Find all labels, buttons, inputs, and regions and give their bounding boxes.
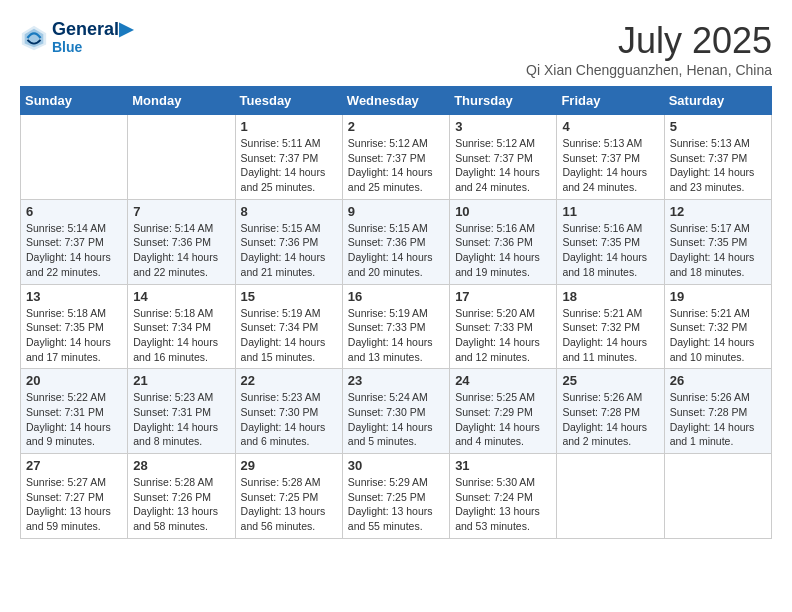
- header-day-tuesday: Tuesday: [235, 87, 342, 115]
- week-row-5: 27Sunrise: 5:27 AMSunset: 7:27 PMDayligh…: [21, 454, 772, 539]
- day-cell: 1Sunrise: 5:11 AMSunset: 7:37 PMDaylight…: [235, 115, 342, 200]
- day-cell: 29Sunrise: 5:28 AMSunset: 7:25 PMDayligh…: [235, 454, 342, 539]
- header-day-saturday: Saturday: [664, 87, 771, 115]
- day-info: Sunrise: 5:12 AMSunset: 7:37 PMDaylight:…: [348, 136, 444, 195]
- day-number: 17: [455, 289, 551, 304]
- day-cell: 20Sunrise: 5:22 AMSunset: 7:31 PMDayligh…: [21, 369, 128, 454]
- day-info: Sunrise: 5:26 AMSunset: 7:28 PMDaylight:…: [670, 390, 766, 449]
- title-block: July 2025 Qi Xian Chengguanzhen, Henan, …: [526, 20, 772, 78]
- day-info: Sunrise: 5:14 AMSunset: 7:37 PMDaylight:…: [26, 221, 122, 280]
- logo: General▶ Blue: [20, 20, 133, 55]
- day-cell: 28Sunrise: 5:28 AMSunset: 7:26 PMDayligh…: [128, 454, 235, 539]
- day-cell: [21, 115, 128, 200]
- day-number: 30: [348, 458, 444, 473]
- day-info: Sunrise: 5:11 AMSunset: 7:37 PMDaylight:…: [241, 136, 337, 195]
- day-number: 7: [133, 204, 229, 219]
- header-day-friday: Friday: [557, 87, 664, 115]
- day-number: 3: [455, 119, 551, 134]
- day-number: 28: [133, 458, 229, 473]
- header-row: SundayMondayTuesdayWednesdayThursdayFrid…: [21, 87, 772, 115]
- logo-text: General▶ Blue: [52, 20, 133, 55]
- day-info: Sunrise: 5:16 AMSunset: 7:35 PMDaylight:…: [562, 221, 658, 280]
- day-cell: 13Sunrise: 5:18 AMSunset: 7:35 PMDayligh…: [21, 284, 128, 369]
- page-header: General▶ Blue July 2025 Qi Xian Chenggua…: [20, 20, 772, 78]
- day-number: 22: [241, 373, 337, 388]
- day-cell: 21Sunrise: 5:23 AMSunset: 7:31 PMDayligh…: [128, 369, 235, 454]
- day-cell: 3Sunrise: 5:12 AMSunset: 7:37 PMDaylight…: [450, 115, 557, 200]
- month-title: July 2025: [526, 20, 772, 62]
- day-number: 20: [26, 373, 122, 388]
- day-number: 19: [670, 289, 766, 304]
- day-info: Sunrise: 5:26 AMSunset: 7:28 PMDaylight:…: [562, 390, 658, 449]
- day-info: Sunrise: 5:23 AMSunset: 7:31 PMDaylight:…: [133, 390, 229, 449]
- day-info: Sunrise: 5:17 AMSunset: 7:35 PMDaylight:…: [670, 221, 766, 280]
- day-cell: 18Sunrise: 5:21 AMSunset: 7:32 PMDayligh…: [557, 284, 664, 369]
- day-cell: 9Sunrise: 5:15 AMSunset: 7:36 PMDaylight…: [342, 199, 449, 284]
- day-number: 4: [562, 119, 658, 134]
- day-cell: 23Sunrise: 5:24 AMSunset: 7:30 PMDayligh…: [342, 369, 449, 454]
- day-info: Sunrise: 5:21 AMSunset: 7:32 PMDaylight:…: [562, 306, 658, 365]
- day-cell: 2Sunrise: 5:12 AMSunset: 7:37 PMDaylight…: [342, 115, 449, 200]
- day-info: Sunrise: 5:25 AMSunset: 7:29 PMDaylight:…: [455, 390, 551, 449]
- header-day-sunday: Sunday: [21, 87, 128, 115]
- day-info: Sunrise: 5:15 AMSunset: 7:36 PMDaylight:…: [241, 221, 337, 280]
- day-cell: 16Sunrise: 5:19 AMSunset: 7:33 PMDayligh…: [342, 284, 449, 369]
- day-info: Sunrise: 5:23 AMSunset: 7:30 PMDaylight:…: [241, 390, 337, 449]
- calendar-table: SundayMondayTuesdayWednesdayThursdayFrid…: [20, 86, 772, 539]
- day-cell: 6Sunrise: 5:14 AMSunset: 7:37 PMDaylight…: [21, 199, 128, 284]
- day-number: 6: [26, 204, 122, 219]
- day-cell: 12Sunrise: 5:17 AMSunset: 7:35 PMDayligh…: [664, 199, 771, 284]
- day-number: 10: [455, 204, 551, 219]
- day-info: Sunrise: 5:28 AMSunset: 7:26 PMDaylight:…: [133, 475, 229, 534]
- day-info: Sunrise: 5:13 AMSunset: 7:37 PMDaylight:…: [670, 136, 766, 195]
- day-number: 9: [348, 204, 444, 219]
- day-info: Sunrise: 5:29 AMSunset: 7:25 PMDaylight:…: [348, 475, 444, 534]
- week-row-2: 6Sunrise: 5:14 AMSunset: 7:37 PMDaylight…: [21, 199, 772, 284]
- week-row-3: 13Sunrise: 5:18 AMSunset: 7:35 PMDayligh…: [21, 284, 772, 369]
- day-cell: [128, 115, 235, 200]
- day-cell: 22Sunrise: 5:23 AMSunset: 7:30 PMDayligh…: [235, 369, 342, 454]
- day-number: 16: [348, 289, 444, 304]
- day-cell: 25Sunrise: 5:26 AMSunset: 7:28 PMDayligh…: [557, 369, 664, 454]
- day-cell: 26Sunrise: 5:26 AMSunset: 7:28 PMDayligh…: [664, 369, 771, 454]
- day-number: 11: [562, 204, 658, 219]
- day-number: 26: [670, 373, 766, 388]
- day-number: 25: [562, 373, 658, 388]
- header-day-thursday: Thursday: [450, 87, 557, 115]
- logo-icon: [20, 24, 48, 52]
- day-info: Sunrise: 5:14 AMSunset: 7:36 PMDaylight:…: [133, 221, 229, 280]
- day-info: Sunrise: 5:24 AMSunset: 7:30 PMDaylight:…: [348, 390, 444, 449]
- location: Qi Xian Chengguanzhen, Henan, China: [526, 62, 772, 78]
- day-info: Sunrise: 5:19 AMSunset: 7:34 PMDaylight:…: [241, 306, 337, 365]
- day-cell: 31Sunrise: 5:30 AMSunset: 7:24 PMDayligh…: [450, 454, 557, 539]
- day-cell: [664, 454, 771, 539]
- day-number: 18: [562, 289, 658, 304]
- day-info: Sunrise: 5:12 AMSunset: 7:37 PMDaylight:…: [455, 136, 551, 195]
- day-number: 13: [26, 289, 122, 304]
- day-number: 1: [241, 119, 337, 134]
- week-row-4: 20Sunrise: 5:22 AMSunset: 7:31 PMDayligh…: [21, 369, 772, 454]
- day-cell: 8Sunrise: 5:15 AMSunset: 7:36 PMDaylight…: [235, 199, 342, 284]
- day-cell: 19Sunrise: 5:21 AMSunset: 7:32 PMDayligh…: [664, 284, 771, 369]
- day-cell: 15Sunrise: 5:19 AMSunset: 7:34 PMDayligh…: [235, 284, 342, 369]
- day-info: Sunrise: 5:15 AMSunset: 7:36 PMDaylight:…: [348, 221, 444, 280]
- day-cell: 11Sunrise: 5:16 AMSunset: 7:35 PMDayligh…: [557, 199, 664, 284]
- day-cell: 10Sunrise: 5:16 AMSunset: 7:36 PMDayligh…: [450, 199, 557, 284]
- day-number: 23: [348, 373, 444, 388]
- day-info: Sunrise: 5:22 AMSunset: 7:31 PMDaylight:…: [26, 390, 122, 449]
- header-day-monday: Monday: [128, 87, 235, 115]
- day-info: Sunrise: 5:18 AMSunset: 7:35 PMDaylight:…: [26, 306, 122, 365]
- day-info: Sunrise: 5:28 AMSunset: 7:25 PMDaylight:…: [241, 475, 337, 534]
- header-day-wednesday: Wednesday: [342, 87, 449, 115]
- day-number: 27: [26, 458, 122, 473]
- day-cell: 27Sunrise: 5:27 AMSunset: 7:27 PMDayligh…: [21, 454, 128, 539]
- day-cell: 24Sunrise: 5:25 AMSunset: 7:29 PMDayligh…: [450, 369, 557, 454]
- day-cell: 30Sunrise: 5:29 AMSunset: 7:25 PMDayligh…: [342, 454, 449, 539]
- day-number: 21: [133, 373, 229, 388]
- day-cell: [557, 454, 664, 539]
- day-info: Sunrise: 5:16 AMSunset: 7:36 PMDaylight:…: [455, 221, 551, 280]
- day-info: Sunrise: 5:13 AMSunset: 7:37 PMDaylight:…: [562, 136, 658, 195]
- day-number: 24: [455, 373, 551, 388]
- day-number: 31: [455, 458, 551, 473]
- day-cell: 17Sunrise: 5:20 AMSunset: 7:33 PMDayligh…: [450, 284, 557, 369]
